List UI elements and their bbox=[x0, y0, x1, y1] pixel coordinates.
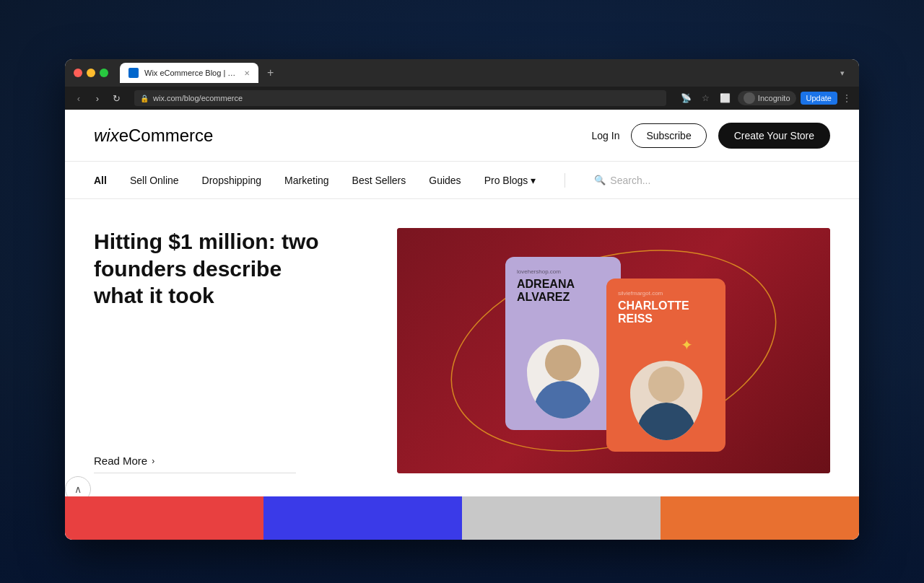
browser-actions: 📡 ☆ ⬜ Incognito Update ⋮ bbox=[678, 91, 852, 105]
read-more-underline bbox=[94, 473, 296, 473]
logo-wix-text: wix bbox=[94, 126, 119, 146]
active-tab[interactable]: Wix eCommerce Blog | eCom... ✕ bbox=[120, 63, 258, 83]
hero-article-image: lovehershop.com ADREANAALVAREZ bbox=[397, 228, 830, 473]
search-area[interactable]: 🔍 Search... bbox=[594, 175, 650, 186]
card2-name: CHARLOTTEREISS bbox=[618, 299, 689, 325]
card2-person-body bbox=[637, 403, 695, 440]
person-cards-container: lovehershop.com ADREANAALVAREZ bbox=[476, 242, 751, 459]
nav-item-sell-online[interactable]: Sell Online bbox=[130, 175, 179, 186]
card2-website: silviefmargot.com bbox=[618, 290, 663, 297]
bottom-card-4[interactable] bbox=[661, 496, 859, 540]
bookmark-icon[interactable]: ☆ bbox=[699, 92, 712, 105]
tab-bar: Wix eCommerce Blog | eCom... ✕ + ▾ bbox=[120, 63, 850, 83]
nav-item-dropshipping[interactable]: Dropshipping bbox=[202, 175, 262, 186]
new-tab-button[interactable]: + bbox=[261, 66, 279, 79]
card1-avatar bbox=[527, 339, 599, 418]
browser-chrome: Wix eCommerce Blog | eCom... ✕ + ▾ ‹ › ↻… bbox=[65, 59, 859, 110]
search-icon: 🔍 bbox=[594, 175, 606, 185]
forward-button[interactable]: › bbox=[91, 93, 104, 104]
back-button[interactable]: ‹ bbox=[72, 93, 85, 104]
refresh-button[interactable]: ↻ bbox=[110, 93, 123, 104]
browser-window: Wix eCommerce Blog | eCom... ✕ + ▾ ‹ › ↻… bbox=[65, 59, 859, 540]
address-input[interactable]: 🔒 wix.com/blog/ecommerce bbox=[134, 90, 666, 106]
page-content: wix eCommerce Log In Subscribe Create Yo… bbox=[65, 110, 859, 540]
bottom-card-3[interactable] bbox=[462, 496, 661, 540]
hero-article-title: Hitting $1 million: two founders describ… bbox=[94, 228, 325, 310]
card1-person-head bbox=[545, 345, 581, 381]
minimize-button[interactable] bbox=[87, 69, 95, 77]
nav-item-pro-blogs[interactable]: Pro Blogs ▾ bbox=[484, 175, 536, 186]
card2-avatar bbox=[630, 361, 702, 440]
read-more-link[interactable]: Read More › bbox=[94, 339, 368, 467]
update-button[interactable]: Update bbox=[801, 92, 837, 105]
tab-favicon-icon bbox=[128, 68, 139, 78]
nav-divider bbox=[565, 173, 565, 188]
traffic-lights bbox=[74, 69, 108, 77]
read-more-section: Read More › bbox=[94, 339, 368, 473]
address-text: wix.com/blog/ecommerce bbox=[153, 94, 243, 102]
bottom-card-1[interactable] bbox=[65, 496, 263, 540]
person-card-1: lovehershop.com ADREANAALVAREZ bbox=[505, 257, 621, 430]
lock-icon: 🔒 bbox=[140, 95, 149, 102]
browser-menu-icon[interactable]: ⋮ bbox=[842, 92, 852, 104]
incognito-avatar-icon bbox=[744, 92, 755, 104]
site-nav: All Sell Online Dropshipping Marketing B… bbox=[65, 162, 859, 199]
main-content: Hitting $1 million: two founders describ… bbox=[65, 199, 859, 488]
incognito-indicator: Incognito bbox=[738, 91, 796, 105]
tab-close-icon[interactable]: ✕ bbox=[244, 69, 250, 77]
site-logo: wix eCommerce bbox=[94, 126, 213, 146]
card2-person-head bbox=[648, 367, 684, 403]
subscribe-button[interactable]: Subscribe bbox=[631, 123, 706, 148]
card1-silhouette bbox=[527, 345, 599, 418]
hero-article-left: Hitting $1 million: two founders describ… bbox=[94, 228, 368, 473]
card1-person-body bbox=[534, 381, 592, 418]
nav-item-all[interactable]: All bbox=[94, 175, 107, 186]
extensions-icon[interactable]: ⬜ bbox=[717, 92, 733, 105]
star-decoration-icon: ✦ bbox=[681, 336, 693, 354]
search-placeholder: Search... bbox=[610, 175, 650, 186]
nav-item-marketing[interactable]: Marketing bbox=[284, 175, 328, 186]
cast-icon[interactable]: 📡 bbox=[678, 92, 694, 105]
logo-ecommerce-text: eCommerce bbox=[119, 126, 214, 146]
bottom-cards-strip bbox=[65, 496, 859, 540]
maximize-button[interactable] bbox=[100, 69, 108, 77]
card2-silhouette bbox=[630, 367, 702, 440]
read-more-label: Read More bbox=[94, 455, 147, 467]
chevron-up-icon: ∧ bbox=[74, 483, 82, 495]
header-actions: Log In Subscribe Create Your Store bbox=[592, 123, 831, 149]
read-more-chevron-icon: › bbox=[152, 456, 154, 466]
site-header: wix eCommerce Log In Subscribe Create Yo… bbox=[65, 110, 859, 162]
chevron-down-icon: ▾ bbox=[531, 175, 536, 186]
browser-titlebar: Wix eCommerce Blog | eCom... ✕ + ▾ bbox=[65, 59, 859, 87]
card1-name: ADREANAALVAREZ bbox=[517, 278, 575, 303]
create-store-button[interactable]: Create Your Store bbox=[718, 123, 830, 149]
bottom-card-2[interactable] bbox=[263, 496, 462, 540]
close-button[interactable] bbox=[74, 69, 82, 77]
hero-image-container: lovehershop.com ADREANAALVAREZ bbox=[397, 228, 830, 473]
card1-website: lovehershop.com bbox=[517, 268, 561, 275]
person-card-2: silviefmargot.com CHARLOTTEREISS bbox=[606, 279, 725, 452]
tab-title: Wix eCommerce Blog | eCom... bbox=[144, 69, 238, 77]
nav-item-best-sellers[interactable]: Best Sellers bbox=[352, 175, 406, 186]
tab-overflow-icon[interactable]: ▾ bbox=[840, 69, 845, 78]
address-bar-row: ‹ › ↻ 🔒 wix.com/blog/ecommerce 📡 ☆ ⬜ Inc… bbox=[65, 87, 859, 110]
nav-item-guides[interactable]: Guides bbox=[429, 175, 461, 186]
login-button[interactable]: Log In bbox=[592, 130, 620, 141]
incognito-label: Incognito bbox=[758, 94, 790, 102]
